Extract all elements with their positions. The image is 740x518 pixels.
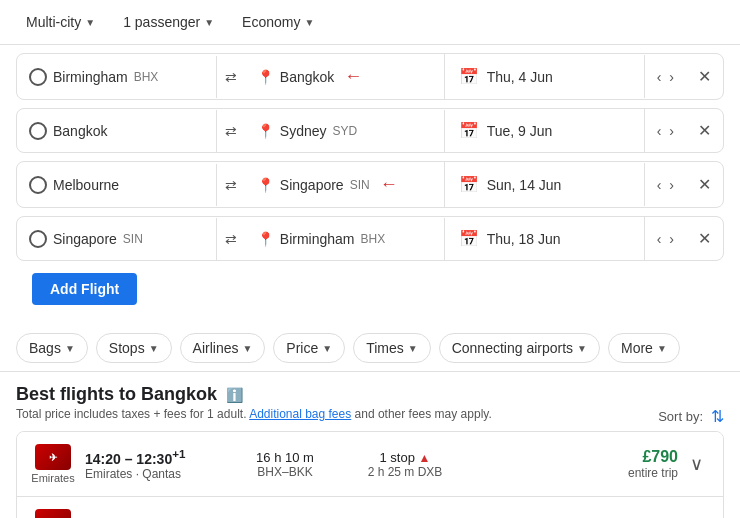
passengers-button[interactable]: 1 passenger ▼ [113, 8, 224, 36]
pin-icon-0: 📍 [257, 69, 274, 85]
airline-logo-0: ✈ Emirates [33, 444, 73, 484]
results-title-text: Best flights to Bangkok [16, 384, 217, 404]
times-chevron-icon: ▼ [408, 343, 418, 354]
flight-result-row: ✈ Emirates 21:40 – 19:15+1 15 h 35 m 1 s… [17, 497, 723, 518]
airlines-chevron-icon: ▼ [242, 343, 252, 354]
origin-city-2: Melbourne [53, 177, 119, 193]
trip-type-chevron-icon: ▼ [85, 17, 95, 28]
bags-filter-button[interactable]: Bags ▼ [16, 333, 88, 363]
flight-row: Bangkok ⇄ 📍 Sydney SYD 📅 Tue, 9 Jun ‹ › … [16, 108, 724, 153]
dest-code-1: SYD [333, 124, 358, 138]
calendar-icon-3: 📅 [459, 229, 479, 248]
connecting-airports-label: Connecting airports [452, 340, 573, 356]
dest-code-2: SIN [350, 178, 370, 192]
results-title: Best flights to Bangkok ℹ️ [16, 384, 724, 405]
origin-icon-3 [29, 230, 47, 248]
origin-field-0[interactable]: Birmingham BHX [17, 56, 217, 98]
prev-date-button-0[interactable]: ‹ [653, 63, 666, 91]
date-field-1[interactable]: 📅 Tue, 9 Jun [445, 109, 645, 152]
dest-city-3: Birmingham [280, 231, 355, 247]
flight-price-sub-0: entire trip [465, 466, 678, 480]
swap-button-3[interactable]: ⇄ [217, 225, 245, 253]
info-icon: ℹ️ [226, 387, 243, 403]
times-filter-label: Times [366, 340, 404, 356]
prev-date-button-3[interactable]: ‹ [653, 225, 666, 253]
dest-city-2: Singapore [280, 177, 344, 193]
origin-field-1[interactable]: Bangkok [17, 110, 217, 152]
airlines-filter-button[interactable]: Airlines ▼ [180, 333, 266, 363]
prev-date-button-1[interactable]: ‹ [653, 117, 666, 145]
passengers-chevron-icon: ▼ [204, 17, 214, 28]
price-chevron-icon: ▼ [322, 343, 332, 354]
sort-icon[interactable]: ⇅ [711, 407, 724, 426]
remove-flight-button-3[interactable]: ✕ [686, 221, 723, 256]
flight-duration-0: 16 h 10 m [225, 450, 345, 465]
subtitle-suffix: and other fees may apply. [355, 407, 492, 421]
swap-button-1[interactable]: ⇄ [217, 117, 245, 145]
calendar-icon-2: 📅 [459, 175, 479, 194]
date-nav-3: ‹ › [645, 225, 686, 253]
price-filter-label: Price [286, 340, 318, 356]
remove-flight-button-2[interactable]: ✕ [686, 167, 723, 202]
emirates-logo-1: ✈ [35, 509, 71, 518]
top-bar: Multi-city ▼ 1 passenger ▼ Economy ▼ [0, 0, 740, 45]
origin-icon-0 [29, 68, 47, 86]
remove-flight-button-1[interactable]: ✕ [686, 113, 723, 148]
stops-filter-button[interactable]: Stops ▼ [96, 333, 172, 363]
next-date-button-0[interactable]: › [665, 63, 678, 91]
origin-city-3: Singapore [53, 231, 117, 247]
calendar-icon-0: 📅 [459, 67, 479, 86]
pin-icon-2: 📍 [257, 177, 274, 193]
flight-row: Birmingham BHX ⇄ 📍 Bangkok ← 📅 Thu, 4 Ju… [16, 53, 724, 100]
bags-chevron-icon: ▼ [65, 343, 75, 354]
date-field-0[interactable]: 📅 Thu, 4 Jun [445, 55, 645, 98]
airline-logo-1: ✈ Emirates [33, 509, 73, 518]
next-date-button-2[interactable]: › [665, 171, 678, 199]
origin-city-0: Birmingham [53, 69, 128, 85]
flight-stops-0: 1 stop ▲ [345, 450, 465, 465]
date-nav-1: ‹ › [645, 117, 686, 145]
segment-0: Birmingham BHX ⇄ 📍 Bangkok ← [17, 54, 445, 99]
passengers-label: 1 passenger [123, 14, 200, 30]
flight-route-0: BHX–BKK [225, 465, 345, 479]
cabin-button[interactable]: Economy ▼ [232, 8, 324, 36]
prev-date-button-2[interactable]: ‹ [653, 171, 666, 199]
dest-field-3[interactable]: 📍 Birmingham BHX [245, 219, 444, 259]
dest-field-2[interactable]: 📍 Singapore SIN ← [245, 162, 444, 207]
segment-3: Singapore SIN ⇄ 📍 Birmingham BHX [17, 218, 445, 260]
swap-button-0[interactable]: ⇄ [217, 63, 245, 91]
results-subtitle: Total price includes taxes + fees for 1 … [16, 407, 724, 421]
next-date-button-3[interactable]: › [665, 225, 678, 253]
subtitle-prefix: Total price includes taxes + fees for 1 … [16, 407, 246, 421]
results-section: Best flights to Bangkok ℹ️ Total price i… [0, 372, 740, 518]
cabin-chevron-icon: ▼ [304, 17, 314, 28]
additional-bag-fees-link[interactable]: Additional bag fees [249, 407, 351, 421]
dest-field-0[interactable]: 📍 Bangkok ← [245, 54, 444, 99]
dest-code-3: BHX [361, 232, 386, 246]
origin-icon-1 [29, 122, 47, 140]
filter-bar: Bags ▼ Stops ▼ Airlines ▼ Price ▼ Times … [0, 325, 740, 372]
origin-field-2[interactable]: Melbourne [17, 164, 217, 206]
flight-stops-col-0: 1 stop ▲ 2 h 25 m DXB [345, 450, 465, 479]
origin-city-1: Bangkok [53, 123, 107, 139]
more-filter-button[interactable]: More ▼ [608, 333, 680, 363]
times-filter-button[interactable]: Times ▼ [353, 333, 431, 363]
date-field-3[interactable]: 📅 Thu, 18 Jun [445, 217, 645, 260]
trip-type-button[interactable]: Multi-city ▼ [16, 8, 105, 36]
date-field-2[interactable]: 📅 Sun, 14 Jun [445, 163, 645, 206]
stops-filter-label: Stops [109, 340, 145, 356]
connecting-airports-chevron-icon: ▼ [577, 343, 587, 354]
connecting-airports-filter-button[interactable]: Connecting airports ▼ [439, 333, 600, 363]
next-date-button-1[interactable]: › [665, 117, 678, 145]
add-flight-button[interactable]: Add Flight [32, 273, 137, 305]
expand-result-button-1[interactable]: ∨ [686, 514, 707, 518]
segment-2: Melbourne ⇄ 📍 Singapore SIN ← [17, 162, 445, 207]
remove-flight-button-0[interactable]: ✕ [686, 59, 723, 94]
swap-button-2[interactable]: ⇄ [217, 171, 245, 199]
sort-label: Sort by: [658, 409, 703, 424]
price-filter-button[interactable]: Price ▼ [273, 333, 345, 363]
origin-icon-2 [29, 176, 47, 194]
dest-field-1[interactable]: 📍 Sydney SYD [245, 111, 444, 151]
expand-result-button-0[interactable]: ∨ [686, 449, 707, 479]
origin-field-3[interactable]: Singapore SIN [17, 218, 217, 260]
